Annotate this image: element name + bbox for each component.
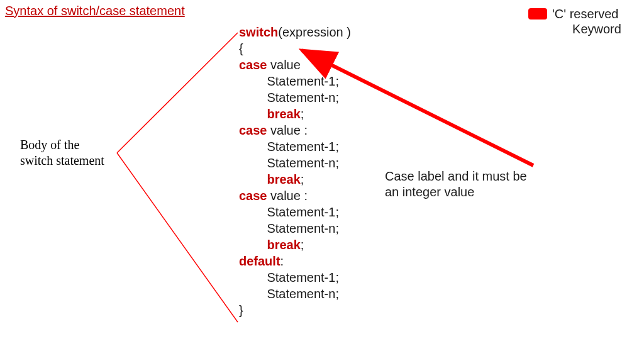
indent <box>239 238 267 252</box>
semicolon: ; <box>301 107 304 121</box>
case-value-1: value <box>267 58 301 72</box>
statement-d-n: Statement-n; <box>267 287 339 301</box>
legend-line2: Keyword <box>528 21 641 36</box>
paren-open: ( <box>278 25 282 39</box>
legend-line1: 'C' reserved <box>552 7 618 21</box>
case-value-3: value <box>267 189 301 203</box>
case-keyword-3: case <box>239 189 267 203</box>
colon-3: : <box>301 189 308 203</box>
statement-2-1: Statement-1; <box>267 140 339 153</box>
indent <box>239 172 267 186</box>
body-label-line2: switch statement <box>20 153 104 167</box>
angle-line-top <box>117 33 238 153</box>
indent <box>239 287 267 301</box>
colon-default: : <box>280 254 284 268</box>
diagram-title: Syntax of switch/case statement <box>5 4 185 18</box>
code-block: switch(expression ) { case value Stateme… <box>239 8 351 318</box>
statement-3-1: Statement-1; <box>267 205 339 219</box>
body-label-line1: Body of the <box>20 138 79 152</box>
break-keyword-3: break <box>267 238 300 252</box>
colon-2: : <box>301 123 308 137</box>
legend-swatch-icon <box>528 8 547 20</box>
paren-close: ) <box>347 25 351 39</box>
statement-d-1: Statement-1; <box>267 271 339 284</box>
case-label-callout: Case label and it must be an integer val… <box>385 169 527 200</box>
indent <box>239 221 267 235</box>
switch-expression: expression <box>282 25 347 39</box>
indent <box>239 140 267 153</box>
statement-3-n: Statement-n; <box>267 221 339 235</box>
right-brace: } <box>239 303 243 317</box>
case-label-callout-line2: an integer value <box>385 185 474 199</box>
indent <box>239 107 267 121</box>
semicolon: ; <box>301 238 304 252</box>
legend: 'C' reserved Keyword <box>528 6 641 36</box>
indent <box>239 205 267 219</box>
case-keyword-1: case <box>239 58 267 72</box>
angle-line-bottom <box>117 153 238 322</box>
indent <box>239 271 267 284</box>
switch-keyword: switch <box>239 25 278 39</box>
break-keyword-1: break <box>267 107 300 121</box>
indent <box>239 156 267 170</box>
case-keyword-2: case <box>239 123 267 137</box>
default-keyword: default <box>239 254 280 268</box>
indent <box>239 91 267 104</box>
statement-2-n: Statement-n; <box>267 156 339 170</box>
indent <box>239 74 267 88</box>
case-value-2: value <box>267 123 301 137</box>
break-keyword-2: break <box>267 172 300 186</box>
statement-1-1: Statement-1; <box>267 74 339 88</box>
left-brace: { <box>239 42 243 55</box>
semicolon: ; <box>301 172 304 186</box>
statement-1-n: Statement-n; <box>267 91 339 104</box>
case-label-callout-line1: Case label and it must be <box>385 169 527 183</box>
body-label: Body of the switch statement <box>20 137 104 169</box>
